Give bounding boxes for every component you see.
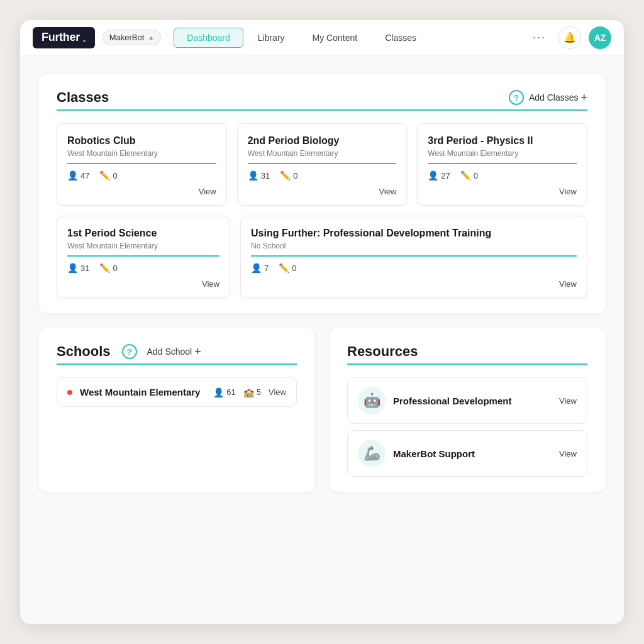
resource-name-profdev: Professional Development: [393, 396, 552, 406]
view-profdev-button[interactable]: View: [559, 396, 577, 406]
school-name: West Mountain Elementary: [80, 387, 206, 397]
class-footer: View: [248, 187, 397, 196]
assignments-count: 0: [474, 171, 478, 180]
pencil-icon: ✏️: [279, 263, 289, 273]
avatar[interactable]: AZ: [589, 26, 611, 49]
class-stats: 👤 7 ✏️ 0: [251, 263, 577, 273]
bottom-row: Schools ? Add School + West Mountain Ele…: [39, 328, 605, 507]
resource-icon-makerbot: 🦾: [358, 440, 386, 467]
add-school-button[interactable]: Add School +: [147, 345, 201, 358]
resources-section: Resources 🤖 Professional Development Vie…: [330, 328, 605, 492]
class-school: West Mountain Elementary: [248, 149, 397, 158]
more-options-button[interactable]: ···: [528, 28, 551, 47]
arm-icon: 🦾: [364, 445, 380, 462]
students-stat: 👤 31: [248, 170, 270, 180]
students-icon: 👤: [248, 170, 258, 180]
classes-actions: ? Add Classes +: [509, 90, 587, 105]
classes-grid-row2: 1st Period Science West Mountain Element…: [57, 216, 587, 298]
class-name: Using Further: Professional Development …: [251, 228, 577, 239]
students-icon: 👤: [67, 170, 78, 180]
add-classes-button[interactable]: Add Classes +: [529, 91, 587, 104]
class-footer: View: [67, 279, 219, 289]
class-stats: 👤 31 ✏️ 0: [248, 170, 397, 180]
plus-icon: +: [580, 91, 587, 104]
pencil-icon: ✏️: [99, 170, 110, 180]
classes-divider: [57, 109, 587, 111]
class-footer: View: [251, 279, 577, 289]
students-count: 31: [261, 171, 270, 180]
students-icon: 👤: [428, 170, 438, 180]
assignments-stat: ✏️ 0: [280, 170, 297, 180]
class-stats: 👤 31 ✏️ 0: [67, 263, 219, 273]
robot-icon: 🤖: [364, 392, 380, 409]
pencil-icon: ✏️: [99, 263, 110, 273]
tab-classes[interactable]: Classes: [372, 28, 430, 48]
view-class-button[interactable]: View: [202, 279, 219, 289]
school-classes-count: 5: [257, 387, 261, 397]
students-count: 31: [80, 264, 89, 273]
resource-icon-profdev: 🤖: [358, 387, 386, 414]
view-makerbot-button[interactable]: View: [559, 449, 577, 458]
tab-library[interactable]: Library: [245, 28, 298, 48]
bell-icon: 🔔: [564, 31, 576, 43]
view-class-button[interactable]: View: [379, 187, 396, 196]
tab-dashboard[interactable]: Dashboard: [174, 28, 243, 48]
school-stats: 👤 61 🏫 5 View: [213, 387, 286, 397]
assignments-count: 0: [113, 171, 117, 180]
tab-my-content[interactable]: My Content: [299, 28, 371, 48]
class-name: 2nd Period Biology: [248, 135, 397, 147]
view-school-button[interactable]: View: [269, 387, 286, 397]
class-divider: [428, 163, 577, 164]
students-stat: 👤 27: [428, 170, 450, 180]
navbar: Further. MakerBot ▲ Dashboard Library My…: [20, 20, 624, 55]
schools-divider: [57, 364, 297, 365]
plus-icon: +: [194, 345, 201, 358]
makerbot-badge[interactable]: MakerBot ▲: [103, 30, 162, 45]
class-school: West Mountain Elementary: [428, 149, 577, 158]
resource-item-makerbot: 🦾 MakerBot Support View: [347, 430, 587, 477]
logo[interactable]: Further.: [33, 27, 95, 48]
class-footer: View: [67, 187, 216, 196]
class-card-physics: 3rd Period - Physics II West Mountain El…: [417, 123, 587, 206]
chevron-up-icon: ▲: [148, 34, 154, 41]
school-students-count: 61: [226, 387, 235, 397]
view-class-button[interactable]: View: [559, 187, 577, 196]
classes-help-button[interactable]: ?: [509, 90, 524, 105]
students-count: 7: [264, 264, 269, 273]
schools-help-button[interactable]: ?: [122, 344, 137, 359]
students-icon: 👤: [251, 263, 262, 273]
class-school: No School: [251, 242, 577, 250]
view-class-button[interactable]: View: [199, 187, 216, 196]
view-class-button[interactable]: View: [559, 279, 577, 289]
class-name: 1st Period Science: [67, 228, 219, 239]
class-name: Robotics Club: [67, 135, 216, 147]
class-card-robotics: Robotics Club West Mountain Elementary 👤…: [57, 123, 227, 206]
assignments-count: 0: [293, 171, 297, 180]
pencil-icon: ✏️: [280, 170, 291, 180]
logo-text: Further: [42, 31, 80, 44]
assignments-count: 0: [292, 264, 296, 273]
class-divider: [67, 255, 219, 257]
class-divider: [248, 163, 397, 164]
assignments-stat: ✏️ 0: [460, 170, 478, 180]
students-count: 27: [441, 171, 450, 180]
classes-icon: 🏫: [243, 387, 254, 397]
students-icon: 👤: [213, 387, 224, 397]
add-classes-label: Add Classes: [529, 92, 579, 103]
class-school: West Mountain Elementary: [67, 149, 216, 158]
nav-tabs: Dashboard Library My Content Classes: [174, 28, 430, 48]
class-footer: View: [428, 187, 577, 196]
students-stat: 👤 7: [251, 263, 269, 273]
assignments-stat: ✏️ 0: [279, 263, 296, 273]
schools-section: Schools ? Add School + West Mountain Ele…: [39, 328, 314, 492]
class-stats: 👤 27 ✏️ 0: [428, 170, 577, 180]
makerbot-label: MakerBot: [109, 33, 145, 42]
notifications-button[interactable]: 🔔: [558, 26, 581, 49]
class-card-science: 1st Period Science West Mountain Element…: [57, 216, 230, 298]
class-divider: [251, 255, 577, 257]
school-status-icon: [67, 390, 72, 395]
resource-name-makerbot: MakerBot Support: [393, 448, 552, 459]
students-stat: 👤 31: [67, 263, 89, 273]
students-stat: 👤 47: [67, 170, 89, 180]
pencil-icon: ✏️: [460, 170, 471, 180]
